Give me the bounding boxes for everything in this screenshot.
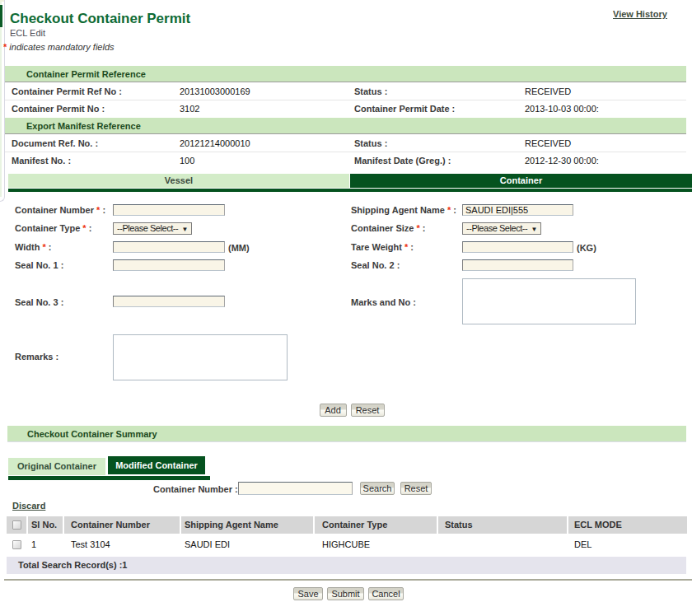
cell-sl-no: 1 — [28, 535, 63, 553]
field-value: RECEIVED — [525, 83, 571, 100]
header-container-number: Container Number — [64, 516, 180, 534]
cell-status — [438, 535, 567, 553]
tab-underline — [8, 189, 692, 192]
remarks-textarea[interactable] — [113, 334, 288, 380]
field-label: Manifest Date (Greg.) : — [354, 152, 451, 170]
shipping-agent-name-label: Shipping Agent Name * : — [351, 205, 456, 216]
select-all-checkbox[interactable] — [12, 520, 21, 530]
field-value: RECEIVED — [525, 135, 571, 152]
header-ecl-mode: ECL MODE — [568, 516, 687, 534]
chevron-down-icon: ▼ — [531, 224, 537, 235]
page-subtitle: ECL Edit — [10, 28, 45, 38]
ref-row: Document Ref. No. : 20121214000010 Statu… — [5, 135, 686, 152]
left-frame-sliver-green-block — [0, 5, 2, 27]
field-label: Status : — [354, 135, 387, 152]
table-row: 1 Test 3104 SAUDI EDI HIGHCUBE DEL — [7, 535, 687, 553]
search-reset-button[interactable]: Reset — [400, 482, 432, 495]
cell-container-number: Test 3104 — [64, 535, 180, 553]
width-label: Width * : — [15, 242, 52, 253]
cell-ecl-mode: DEL — [568, 535, 687, 553]
field-value: 3102 — [180, 100, 199, 118]
container-type-select[interactable]: --Please Select--▼ — [113, 222, 192, 235]
form-actions: Add Reset — [12, 404, 692, 417]
tab-vessel[interactable]: Vessel — [8, 174, 349, 188]
section-container-permit-reference: Container Permit Reference — [5, 66, 686, 82]
header-sl-no: Sl No. — [28, 516, 63, 534]
required-marker: * — [3, 42, 7, 52]
seal-no-1-label: Seal No. 1 : — [15, 260, 63, 271]
cell-shipping-agent-name: SAUDI EDI — [181, 535, 313, 553]
search-button[interactable]: Search — [360, 482, 395, 495]
tare-weight-label: Tare Weight * : — [351, 242, 414, 253]
mandatory-note: * indicates mandatory fields — [3, 42, 115, 52]
cancel-button[interactable]: Cancel — [368, 587, 404, 600]
page-actions: Save Submit Cancel — [5, 587, 692, 600]
seal-no-1-input[interactable] — [113, 259, 225, 271]
section-checkout-container-summary: Checkout Container Summary — [7, 426, 686, 442]
submit-button[interactable]: Submit — [327, 587, 364, 600]
summary-tab-underline — [8, 476, 210, 480]
search-container-number-label: Container Number : — [153, 484, 238, 494]
page-title: Checkout Container Permit — [10, 11, 190, 27]
width-unit: (MM) — [228, 242, 250, 254]
seal-no-2-label: Seal No. 2 : — [351, 260, 400, 271]
ref-row: Manifest No. : 100 Manifest Date (Greg.)… — [5, 152, 686, 170]
container-type-label: Container Type * : — [15, 223, 91, 234]
add-button[interactable]: Add — [320, 404, 347, 417]
header-status: Status — [438, 516, 567, 534]
ref-row: Container Permit No : 3102 Container Per… — [5, 100, 686, 118]
field-label: Container Permit Ref No : — [12, 83, 122, 100]
search-container-number-input[interactable] — [238, 482, 353, 495]
discard-link[interactable]: Discard — [12, 501, 45, 511]
left-frame-sliver-strip — [0, 2, 2, 197]
container-size-label: Container Size * : — [351, 223, 425, 234]
field-label: Manifest No. : — [12, 152, 71, 170]
field-label: Container Permit No : — [12, 100, 105, 118]
tab-container[interactable]: Container — [350, 174, 692, 188]
width-input[interactable] — [113, 241, 225, 253]
remarks-label: Remarks : — [15, 352, 58, 362]
seal-no-2-input[interactable] — [462, 259, 573, 271]
table-header-row: Sl No. Container Number Shipping Agent N… — [7, 516, 687, 534]
header-shipping-agent-name: Shipping Agent Name — [181, 516, 313, 534]
field-value: 20121214000010 — [180, 135, 250, 152]
tab-modified-container[interactable]: Modified Container — [108, 456, 205, 474]
row-select-cell — [7, 535, 26, 553]
field-value: 100 — [180, 152, 194, 170]
field-value: 2013-10-03 00:00: — [525, 100, 599, 118]
container-number-input[interactable] — [113, 204, 225, 216]
shipping-agent-name-input[interactable]: SAUDI EDI|555 — [462, 204, 573, 216]
tab-original-container[interactable]: Original Container — [8, 458, 105, 475]
reset-button[interactable]: Reset — [351, 404, 385, 417]
container-size-select[interactable]: --Please Select--▼ — [462, 222, 541, 235]
field-label: Status : — [354, 83, 387, 100]
seal-no-3-label: Seal No. 3 : — [15, 297, 63, 308]
field-label: Document Ref. No. : — [12, 135, 98, 152]
seal-no-3-input[interactable] — [113, 296, 225, 307]
save-button[interactable]: Save — [293, 587, 323, 600]
tare-weight-unit: (KG) — [577, 242, 596, 254]
chevron-down-icon: ▼ — [182, 224, 188, 235]
bottom-divider — [4, 579, 692, 581]
tare-weight-input[interactable] — [462, 241, 573, 253]
container-number-label: Container Number * : — [15, 205, 105, 216]
header-container-type: Container Type — [315, 516, 437, 534]
header-select-cell — [7, 516, 26, 534]
field-value: 20131003000169 — [180, 83, 250, 100]
row-checkbox[interactable] — [12, 540, 21, 549]
field-label: Container Permit Date : — [354, 100, 455, 118]
marks-and-no-label: Marks and No : — [351, 297, 416, 308]
marks-and-no-textarea[interactable] — [462, 278, 636, 324]
cell-container-type: HIGHCUBE — [315, 535, 437, 553]
view-history-link[interactable]: View History — [613, 9, 667, 19]
ref-row: Container Permit Ref No : 20131003000169… — [5, 83, 686, 100]
field-value: 2012-12-30 00:00: — [525, 152, 599, 170]
section-export-manifest-reference: Export Manifest Reference — [5, 118, 686, 134]
total-search-records: Total Search Record(s) :1 — [7, 557, 686, 574]
